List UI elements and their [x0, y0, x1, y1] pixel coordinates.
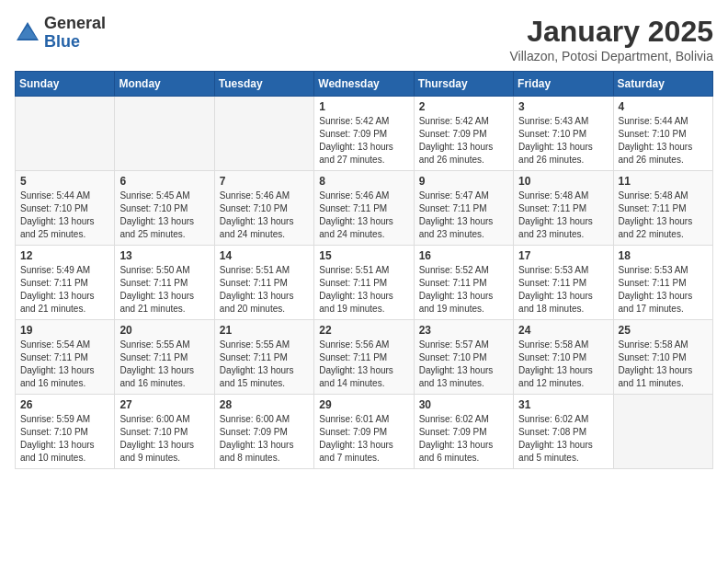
day-info: Sunrise: 5:45 AM Sunset: 7:10 PM Dayligh… — [119, 190, 209, 241]
day-info: Sunrise: 6:00 AM Sunset: 7:10 PM Dayligh… — [119, 413, 209, 465]
day-info: Sunrise: 5:59 AM Sunset: 7:10 PM Dayligh… — [20, 413, 109, 465]
day-number: 18 — [619, 249, 708, 262]
calendar-cell: 14Sunrise: 5:51 AM Sunset: 7:11 PM Dayli… — [214, 246, 313, 320]
calendar-cell: 15Sunrise: 5:51 AM Sunset: 7:11 PM Dayli… — [314, 246, 414, 320]
calendar-cell: 11Sunrise: 5:48 AM Sunset: 7:11 PM Dayli… — [613, 171, 712, 246]
calendar-cell: 31Sunrise: 6:02 AM Sunset: 7:08 PM Dayli… — [514, 395, 613, 469]
day-number: 22 — [319, 324, 408, 337]
day-info: Sunrise: 5:46 AM Sunset: 7:10 PM Dayligh… — [220, 190, 309, 241]
day-number: 6 — [119, 175, 209, 188]
calendar-cell: 16Sunrise: 5:52 AM Sunset: 7:11 PM Dayli… — [414, 246, 513, 320]
weekday-header-friday: Friday — [514, 72, 613, 97]
day-number: 23 — [419, 324, 508, 337]
calendar-cell: 8Sunrise: 5:46 AM Sunset: 7:11 PM Daylig… — [314, 171, 414, 246]
weekday-header-wednesday: Wednesday — [314, 72, 414, 97]
calendar-cell: 7Sunrise: 5:46 AM Sunset: 7:10 PM Daylig… — [214, 171, 313, 246]
day-number: 15 — [319, 249, 408, 262]
day-number: 30 — [419, 398, 508, 411]
title-block: January 2025 Villazon, Potosi Department… — [509, 15, 713, 63]
calendar-cell: 21Sunrise: 5:55 AM Sunset: 7:11 PM Dayli… — [214, 320, 313, 395]
weekday-header-thursday: Thursday — [414, 72, 513, 97]
day-number: 27 — [119, 398, 209, 411]
calendar-cell: 30Sunrise: 6:02 AM Sunset: 7:09 PM Dayli… — [414, 395, 513, 469]
day-number: 7 — [220, 175, 309, 188]
calendar-cell: 4Sunrise: 5:44 AM Sunset: 7:10 PM Daylig… — [613, 97, 712, 171]
calendar-cell: 17Sunrise: 5:53 AM Sunset: 7:11 PM Dayli… — [514, 246, 613, 320]
calendar-week-row: 12Sunrise: 5:49 AM Sunset: 7:11 PM Dayli… — [16, 246, 713, 320]
day-number: 31 — [518, 398, 608, 411]
calendar-cell: 12Sunrise: 5:49 AM Sunset: 7:11 PM Dayli… — [16, 246, 115, 320]
day-number: 24 — [518, 324, 608, 337]
day-number: 9 — [419, 175, 508, 188]
calendar-cell: 1Sunrise: 5:42 AM Sunset: 7:09 PM Daylig… — [314, 97, 414, 171]
day-info: Sunrise: 5:46 AM Sunset: 7:11 PM Dayligh… — [319, 190, 408, 241]
day-number: 21 — [220, 324, 309, 337]
day-info: Sunrise: 5:57 AM Sunset: 7:10 PM Dayligh… — [419, 339, 508, 390]
day-number: 25 — [619, 324, 708, 337]
day-number: 4 — [619, 100, 708, 113]
page-header: General Blue January 2025 Villazon, Poto… — [15, 15, 713, 63]
day-info: Sunrise: 6:02 AM Sunset: 7:08 PM Dayligh… — [518, 413, 608, 465]
day-info: Sunrise: 5:49 AM Sunset: 7:11 PM Dayligh… — [20, 264, 109, 316]
location-subtitle: Villazon, Potosi Department, Bolivia — [509, 49, 713, 63]
logo-icon — [15, 20, 40, 46]
day-info: Sunrise: 5:56 AM Sunset: 7:11 PM Dayligh… — [319, 339, 408, 390]
calendar-cell: 26Sunrise: 5:59 AM Sunset: 7:10 PM Dayli… — [16, 395, 115, 469]
day-info: Sunrise: 5:54 AM Sunset: 7:11 PM Dayligh… — [20, 339, 109, 390]
day-number: 19 — [20, 324, 109, 337]
calendar-week-row: 5Sunrise: 5:44 AM Sunset: 7:10 PM Daylig… — [16, 171, 713, 246]
day-info: Sunrise: 5:52 AM Sunset: 7:11 PM Dayligh… — [419, 264, 508, 316]
day-number: 12 — [20, 249, 109, 262]
calendar-cell: 3Sunrise: 5:43 AM Sunset: 7:10 PM Daylig… — [514, 97, 613, 171]
day-info: Sunrise: 5:53 AM Sunset: 7:11 PM Dayligh… — [518, 264, 608, 316]
calendar-body: 1Sunrise: 5:42 AM Sunset: 7:09 PM Daylig… — [16, 97, 713, 469]
calendar-cell: 19Sunrise: 5:54 AM Sunset: 7:11 PM Dayli… — [16, 320, 115, 395]
day-info: Sunrise: 5:51 AM Sunset: 7:11 PM Dayligh… — [220, 264, 309, 316]
day-info: Sunrise: 5:58 AM Sunset: 7:10 PM Dayligh… — [518, 339, 608, 390]
calendar-cell: 13Sunrise: 5:50 AM Sunset: 7:11 PM Dayli… — [115, 246, 214, 320]
day-info: Sunrise: 5:55 AM Sunset: 7:11 PM Dayligh… — [119, 339, 209, 390]
weekday-header-monday: Monday — [115, 72, 214, 97]
calendar-cell: 25Sunrise: 5:58 AM Sunset: 7:10 PM Dayli… — [613, 320, 712, 395]
day-info: Sunrise: 5:44 AM Sunset: 7:10 PM Dayligh… — [619, 115, 708, 167]
calendar-cell: 28Sunrise: 6:00 AM Sunset: 7:09 PM Dayli… — [214, 395, 313, 469]
calendar-cell: 23Sunrise: 5:57 AM Sunset: 7:10 PM Dayli… — [414, 320, 513, 395]
calendar-cell — [214, 97, 313, 171]
day-number: 14 — [220, 249, 309, 262]
day-number: 11 — [619, 175, 708, 188]
calendar-cell: 29Sunrise: 6:01 AM Sunset: 7:09 PM Dayli… — [314, 395, 414, 469]
day-info: Sunrise: 6:00 AM Sunset: 7:09 PM Dayligh… — [220, 413, 309, 465]
day-info: Sunrise: 5:43 AM Sunset: 7:10 PM Dayligh… — [518, 115, 608, 167]
day-info: Sunrise: 5:53 AM Sunset: 7:11 PM Dayligh… — [619, 264, 708, 316]
calendar-cell — [115, 97, 214, 171]
day-number: 5 — [20, 175, 109, 188]
day-number: 26 — [20, 398, 109, 411]
calendar-cell: 20Sunrise: 5:55 AM Sunset: 7:11 PM Dayli… — [115, 320, 214, 395]
day-info: Sunrise: 5:48 AM Sunset: 7:11 PM Dayligh… — [619, 190, 708, 241]
day-info: Sunrise: 5:44 AM Sunset: 7:10 PM Dayligh… — [20, 190, 109, 241]
day-info: Sunrise: 5:48 AM Sunset: 7:11 PM Dayligh… — [518, 190, 608, 241]
day-number: 3 — [518, 100, 608, 113]
day-info: Sunrise: 6:02 AM Sunset: 7:09 PM Dayligh… — [419, 413, 508, 465]
day-info: Sunrise: 5:50 AM Sunset: 7:11 PM Dayligh… — [119, 264, 209, 316]
day-number: 28 — [220, 398, 309, 411]
logo-text: General Blue — [44, 15, 106, 52]
calendar-table: SundayMondayTuesdayWednesdayThursdayFrid… — [15, 71, 713, 469]
day-number: 17 — [518, 249, 608, 262]
day-info: Sunrise: 5:42 AM Sunset: 7:09 PM Dayligh… — [319, 115, 408, 167]
weekday-header-tuesday: Tuesday — [214, 72, 313, 97]
day-number: 29 — [319, 398, 408, 411]
calendar-cell — [16, 97, 115, 171]
month-title: January 2025 — [509, 15, 713, 49]
day-number: 16 — [419, 249, 508, 262]
calendar-cell: 2Sunrise: 5:42 AM Sunset: 7:09 PM Daylig… — [414, 97, 513, 171]
day-info: Sunrise: 5:55 AM Sunset: 7:11 PM Dayligh… — [220, 339, 309, 390]
calendar-week-row: 1Sunrise: 5:42 AM Sunset: 7:09 PM Daylig… — [16, 97, 713, 171]
calendar-cell: 6Sunrise: 5:45 AM Sunset: 7:10 PM Daylig… — [115, 171, 214, 246]
calendar-week-row: 19Sunrise: 5:54 AM Sunset: 7:11 PM Dayli… — [16, 320, 713, 395]
calendar-cell — [613, 395, 712, 469]
day-number: 20 — [119, 324, 209, 337]
logo: General Blue — [15, 15, 106, 52]
calendar-header-row: SundayMondayTuesdayWednesdayThursdayFrid… — [16, 72, 713, 97]
day-number: 13 — [119, 249, 209, 262]
